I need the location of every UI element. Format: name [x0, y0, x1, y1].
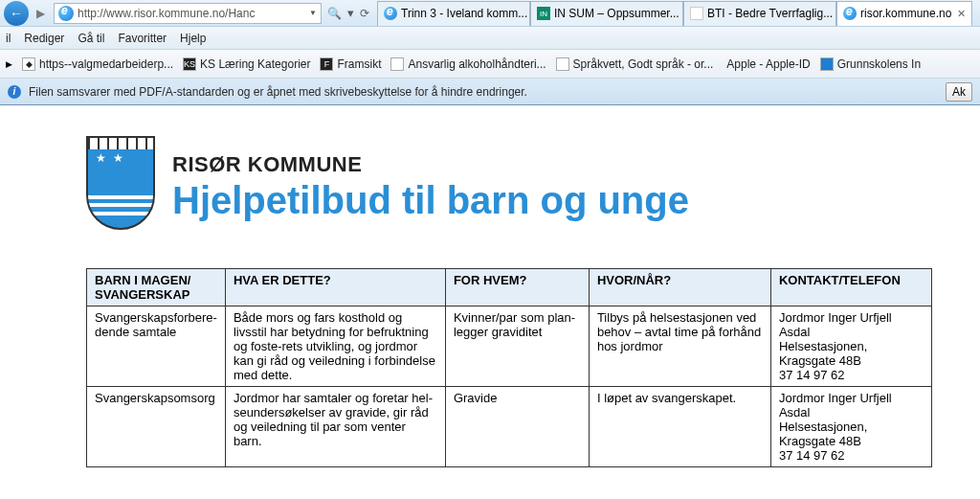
table-row: Svangerskapsomsorg Jordmor har samtaler … [87, 387, 932, 467]
cell-category: Svangerskapsomsorg [87, 387, 226, 467]
shield-icon: ◆ [22, 57, 35, 71]
close-icon[interactable]: ✕ [957, 8, 966, 20]
generic-favicon-icon [820, 57, 834, 71]
forward-button[interactable]: ▶ [31, 4, 50, 23]
col-header-contact: KONTAKT/TELEFON [770, 269, 931, 306]
browser-titlebar: ← ▶ ▼ 🔍 ▾ ⟳ Trinn 3 - Iveland komm... IN… [0, 0, 980, 27]
cell-category: Svangerskapsforbere-dende samtale [87, 306, 226, 387]
document-area: RISØR KOMMUNE Hjelpetilbud til barn og u… [0, 105, 980, 467]
tab-bti[interactable]: BTI - Bedre Tverrfaglig... [683, 1, 836, 26]
cell-where: I løpet av svangerskapet. [589, 387, 770, 467]
page-title: Hjelpetilbud til barn og unge [172, 179, 689, 222]
bti-favicon-icon [690, 7, 703, 20]
ie-favicon-icon [58, 6, 74, 21]
tab-risor[interactable]: risor.kommune.no ✕ [836, 1, 972, 26]
bookmark-apple[interactable]: Apple - Apple-ID [723, 57, 810, 71]
col-header-who: FOR HVEM? [445, 269, 589, 306]
url-dropdown-icon[interactable]: ▼ [309, 9, 317, 17]
org-name: RISØR KOMMUNE [172, 152, 689, 177]
tab-strip: Trinn 3 - Iveland komm... IN IN SUM – Op… [377, 1, 976, 26]
menu-edit[interactable]: Rediger [24, 32, 64, 45]
refresh-icon[interactable]: ⟳ [360, 7, 369, 20]
bookmark-label: Apple - Apple-ID [726, 57, 810, 71]
url-separator: ▾ [347, 6, 354, 20]
back-button[interactable]: ← [4, 1, 29, 26]
bookmark-label: Grunnskolens In [837, 57, 921, 71]
ie-favicon-icon [843, 7, 857, 20]
tab-label: BTI - Bedre Tverrfaglig... [707, 7, 833, 20]
bookmark-label: Språkvett, Godt språk - or... [573, 57, 714, 71]
tab-label: Trinn 3 - Iveland komm... [401, 7, 527, 20]
tab-trinn3[interactable]: Trinn 3 - Iveland komm... [377, 1, 530, 26]
risor-crest-icon [86, 144, 155, 230]
generic-favicon-icon [390, 57, 404, 71]
services-table: BARN I MAGEN/ SVANGERSKAP HVA ER DETTE? … [86, 268, 932, 467]
info-text: Filen samsvarer med PDF/A-standarden og … [29, 85, 527, 99]
in-favicon-icon: IN [537, 7, 550, 20]
cell-who: Gravide [445, 387, 589, 467]
cell-where: Tilbys på helsestasjonen ved behov – avt… [589, 306, 770, 387]
bookmark-grunnskolen[interactable]: Grunnskolens In [820, 57, 921, 71]
infobar-action-button[interactable]: Ak [946, 82, 972, 102]
cell-contact: Jordmor Inger Urfjell Asdal Helsestasjon… [770, 306, 931, 387]
favorites-bar: ▶ ◆https--valgmedarbeiderp... KSKS Lærin… [0, 50, 980, 79]
bookmark-label: Ansvarlig alkoholhåndteri... [408, 57, 546, 71]
cell-who: Kvinner/par som plan-legger graviditet [445, 306, 589, 387]
bookmark-label: KS Læring Kategorier [200, 57, 310, 71]
framsikt-icon: F [320, 57, 333, 71]
bookmark-alkohol[interactable]: Ansvarlig alkoholhåndteri... [390, 57, 546, 71]
generic-favicon-icon [556, 57, 569, 71]
tab-label: risor.kommune.no [860, 7, 951, 20]
bookmark-label: https--valgmedarbeiderp... [39, 57, 173, 71]
ks-icon: KS [183, 57, 196, 71]
menu-help[interactable]: Hjelp [180, 32, 206, 45]
cell-what: Både mors og fars kosthold og livsstil h… [225, 306, 445, 387]
bookmark-label: Framsikt [337, 57, 381, 71]
search-icon[interactable]: 🔍 [327, 7, 342, 20]
pdf-info-bar: i Filen samsvarer med PDF/A-standarden o… [0, 79, 980, 105]
bookmark-ks[interactable]: KSKS Læring Kategorier [183, 57, 310, 71]
menu-file[interactable]: il [6, 32, 11, 45]
col-header-category: BARN I MAGEN/ SVANGERSKAP [87, 269, 226, 306]
favorites-toggle-icon[interactable]: ▶ [6, 59, 12, 69]
bookmark-sprakvett[interactable]: Språkvett, Godt språk - or... [556, 57, 714, 71]
info-icon: i [8, 85, 21, 99]
menu-favorites[interactable]: Favoritter [118, 32, 167, 45]
tab-insum[interactable]: IN IN SUM – Oppsummer... [530, 1, 683, 26]
bookmark-framsikt[interactable]: FFramsikt [320, 57, 381, 71]
url-input[interactable] [78, 7, 305, 20]
menu-goto[interactable]: Gå til [78, 32, 104, 45]
ie-favicon-icon [384, 7, 397, 20]
bookmark-valgmedarbeider[interactable]: ◆https--valgmedarbeiderp... [22, 57, 173, 71]
document-header: RISØR KOMMUNE Hjelpetilbud til barn og u… [86, 144, 932, 230]
table-row: Svangerskapsforbere-dende samtale Både m… [87, 306, 932, 387]
tab-label: IN SUM – Oppsummer... [554, 7, 679, 20]
cell-what: Jordmor har samtaler og foretar hel-seun… [225, 387, 445, 467]
col-header-what: HVA ER DETTE? [225, 269, 445, 306]
cell-contact: Jordmor Inger Urfjell Asdal Helsestasjon… [770, 387, 931, 467]
col-header-where: HVOR/NÅR? [589, 269, 770, 306]
address-bar[interactable]: ▼ [54, 3, 322, 24]
menu-bar: il Rediger Gå til Favoritter Hjelp [0, 27, 980, 50]
